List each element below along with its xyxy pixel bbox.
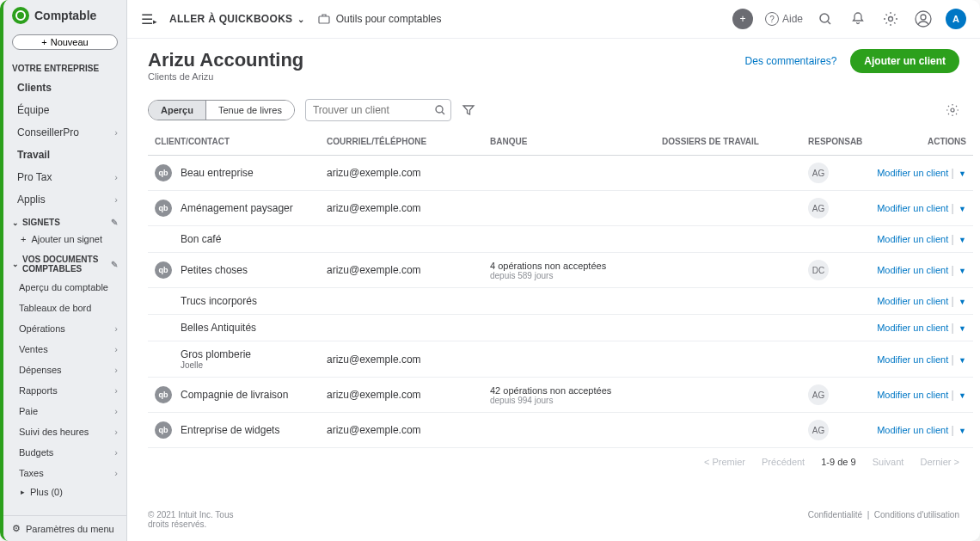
col-email[interactable]: COURRIEL/TÉLÉPHONE [320, 128, 483, 156]
privacy-link[interactable]: Confidentialité [808, 510, 862, 519]
sidebar-item[interactable]: Travail [3, 144, 126, 166]
clients-table-wrap: CLIENT/CONTACT COURRIEL/TÉLÉPHONE BANQUE… [127, 128, 980, 501]
tab-tenue[interactable]: Tenue de livres [205, 101, 294, 120]
responsible-badge: AG [808, 198, 829, 218]
sidebar-item[interactable]: Applis› [3, 188, 126, 211]
search-button[interactable] [815, 9, 836, 29]
search-input[interactable] [305, 99, 451, 121]
table-settings-button[interactable] [946, 103, 959, 117]
view-tabs: Aperçu Tenue de livres [148, 100, 295, 120]
action-dropdown[interactable]: ▼ [959, 298, 966, 306]
feedback-link[interactable]: Des commentaires? [745, 55, 837, 67]
col-client[interactable]: CLIENT/CONTACT [148, 128, 320, 156]
new-button[interactable]: + Nouveau [12, 34, 118, 50]
filter-button[interactable] [462, 103, 475, 117]
brand-text: Comptable [34, 9, 96, 22]
user-avatar[interactable]: A [946, 9, 966, 29]
sidebar-item[interactable]: Dépenses› [3, 360, 126, 380]
pencil-icon[interactable]: ✎ [111, 218, 118, 227]
accountant-tools[interactable]: Outils pour comptables [317, 12, 442, 26]
action-dropdown[interactable]: ▼ [959, 205, 966, 213]
action-dropdown[interactable]: ▼ [959, 427, 966, 435]
table-row[interactable]: qbAménagement paysagerarizu@exemple.comA… [148, 191, 973, 226]
page-subtitle: Clients de Arizu [148, 71, 303, 82]
table-row[interactable]: Bon caféModifier un client | ▼ [148, 226, 973, 253]
sidebar-section-signets[interactable]: ⌄SIGNETS ✎ [3, 211, 126, 231]
go-to-quickbooks[interactable]: ALLER À QUICKBOOKS ⌄ [169, 13, 305, 25]
edit-client-link[interactable]: Modifier un client [877, 296, 948, 306]
sidebar-item[interactable]: Opérations› [3, 318, 126, 339]
settings-button[interactable] [880, 9, 901, 29]
add-client-button[interactable]: Ajouter un client [850, 49, 959, 73]
add-bookmark[interactable]: + Ajouter un signet [3, 231, 126, 248]
table-row[interactable]: qbEntreprise de widgetsarizu@exemple.com… [148, 413, 973, 448]
table-row[interactable]: Belles AntiquitésModifier un client | ▼ [148, 315, 973, 341]
bell-icon [850, 11, 866, 27]
sidebar-item[interactable]: Pro Tax› [3, 166, 126, 188]
table-row[interactable]: qbCompagnie de livraisonarizu@exemple.co… [148, 378, 973, 413]
sidebar-item[interactable]: Aperçu du comptable [3, 277, 126, 298]
sidebar-item[interactable]: Ventes› [3, 339, 126, 360]
sidebar-section-documents[interactable]: ⌄VOS DOCUMENTS COMPTABLES ✎ [3, 248, 126, 277]
sidebar-item[interactable]: Équipe [3, 99, 126, 121]
bank-sub: depuis 994 jours [490, 396, 648, 405]
col-bank[interactable]: BANQUE [483, 128, 655, 156]
action-dropdown[interactable]: ▼ [959, 324, 966, 333]
table-row[interactable]: Trucs incorporésModifier un client | ▼ [148, 288, 973, 315]
sidebar-item[interactable]: Taxes› [3, 463, 126, 483]
sidebar-item[interactable]: Clients [3, 77, 126, 99]
menu-settings[interactable]: ⚙ Paramètres du menu [3, 515, 126, 541]
pager-last[interactable]: Dernier > [920, 457, 959, 467]
table-row[interactable]: Gros plomberieJoellearizu@exemple.comMod… [148, 341, 973, 378]
action-dropdown[interactable]: ▼ [959, 169, 966, 178]
responsible-badge: DC [808, 260, 829, 280]
action-dropdown[interactable]: ▼ [959, 391, 966, 400]
pencil-icon[interactable]: ✎ [111, 260, 118, 269]
col-resp[interactable]: RESPONSAB [801, 128, 869, 156]
action-dropdown[interactable]: ▼ [959, 267, 966, 275]
sidebar-plus[interactable]: ▸ Plus (0) [3, 483, 126, 501]
global-add-button[interactable]: + [732, 9, 753, 29]
hamburger-icon[interactable]: ☰▸ [141, 11, 157, 28]
action-dropdown[interactable]: ▼ [959, 356, 966, 365]
profile-button[interactable] [913, 9, 934, 29]
sidebar-item[interactable]: Paie› [3, 401, 126, 421]
client-name: Petites choses [181, 264, 248, 276]
notifications-button[interactable] [848, 9, 868, 29]
clients-table: CLIENT/CONTACT COURRIEL/TÉLÉPHONE BANQUE… [148, 128, 973, 448]
tab-apercu[interactable]: Aperçu [149, 101, 205, 120]
col-actions: ACTIONS [869, 128, 973, 156]
table-row[interactable]: qbBeau entreprisearizu@exemple.comAGModi… [148, 156, 973, 191]
pager-next[interactable]: Suivant [873, 457, 904, 467]
client-email: arizu@exemple.com [320, 156, 483, 191]
edit-client-link[interactable]: Modifier un client [877, 168, 948, 178]
client-name: Beau entreprise [181, 167, 254, 179]
divider: | [948, 424, 957, 436]
gear-icon: ⚙ [12, 523, 21, 534]
client-name: Belles Antiquités [181, 322, 256, 334]
table-row[interactable]: qbPetites chosesarizu@exemple.com4 opéra… [148, 253, 973, 288]
col-dossiers[interactable]: DOSSIERS DE TRAVAIL [655, 128, 801, 156]
sidebar-item[interactable]: Rapports› [3, 380, 126, 401]
sidebar-item[interactable]: Budgets› [3, 442, 126, 463]
edit-client-link[interactable]: Modifier un client [877, 354, 948, 365]
pager-prev[interactable]: Précédent [762, 457, 805, 467]
edit-client-link[interactable]: Modifier un client [877, 203, 948, 213]
sidebar-item[interactable]: Tableaux de bord [3, 298, 126, 318]
chevron-right-icon: › [114, 468, 118, 478]
action-dropdown[interactable]: ▼ [959, 236, 966, 244]
pager-first[interactable]: < Premier [704, 457, 745, 467]
sidebar-item[interactable]: ConseillerPro› [3, 121, 126, 144]
svg-point-1 [820, 14, 829, 22]
client-email [320, 315, 483, 341]
help-link[interactable]: ? Aide [765, 12, 803, 26]
edit-client-link[interactable]: Modifier un client [877, 265, 948, 275]
edit-client-link[interactable]: Modifier un client [877, 323, 948, 333]
terms-link[interactable]: Conditions d'utilisation [874, 510, 959, 519]
edit-client-link[interactable]: Modifier un client [877, 390, 948, 400]
edit-client-link[interactable]: Modifier un client [877, 234, 948, 244]
sidebar-item[interactable]: Suivi des heures› [3, 421, 126, 442]
chevron-right-icon: › [114, 127, 118, 138]
edit-client-link[interactable]: Modifier un client [877, 425, 948, 435]
divider: | [948, 167, 957, 179]
